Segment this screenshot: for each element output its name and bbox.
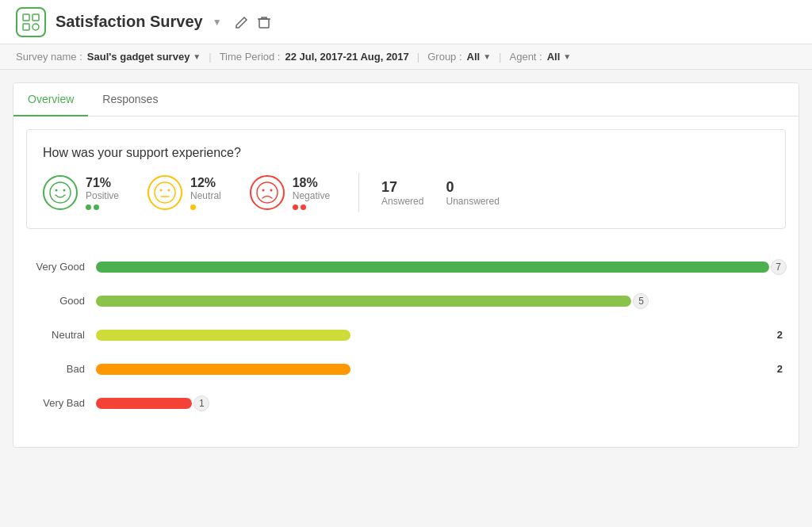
bar-label-bad: Bad (29, 363, 85, 375)
bar-label-good: Good (29, 295, 85, 307)
negative-label: Negative (293, 190, 330, 201)
count-answered: 17 Answered (381, 179, 423, 207)
filter-bar: Survey name : Saul's gadget survey ▼ | T… (0, 44, 812, 70)
positive-dots (86, 204, 119, 210)
negative-pct: 18% (293, 176, 330, 190)
bar-fill-neutral (96, 330, 350, 341)
svg-point-13 (262, 189, 264, 192)
svg-rect-2 (23, 24, 29, 30)
bar-track-bad (96, 364, 766, 375)
bar-count-good: 5 (633, 293, 649, 309)
bar-row-very-good: Very Good 7 (29, 261, 783, 273)
agent-label: Agent : (510, 51, 542, 63)
bar-chart: Very Good 7 Good 5 Neutral (13, 245, 799, 447)
bar-track-very-good: 7 (96, 262, 783, 273)
smiley-positive (43, 175, 78, 210)
bar-row-neutral: Neutral 2 (29, 329, 783, 341)
tab-overview[interactable]: Overview (13, 83, 88, 116)
bar-fill-very-bad: 1 (96, 398, 192, 409)
unanswered-count: 0 (446, 179, 499, 196)
svg-point-12 (257, 182, 278, 203)
group-label: Group : (427, 51, 462, 63)
bar-row-very-bad: Very Bad 1 (29, 397, 783, 409)
survey-value-dropdown[interactable]: Saul's gadget survey ▼ (87, 51, 201, 63)
group-dropdown-arrow: ▼ (483, 52, 491, 61)
bar-fill-bad (96, 364, 350, 375)
bar-count-very-good: 7 (771, 259, 787, 275)
svg-point-7 (63, 189, 66, 192)
smiley-neutral (147, 175, 182, 210)
unanswered-label: Unanswered (446, 196, 499, 207)
negative-dots (293, 204, 330, 210)
positive-pct: 71% (86, 176, 119, 190)
bar-track-neutral (96, 330, 766, 341)
svg-point-9 (160, 189, 163, 192)
bar-fill-very-good: 7 (96, 262, 769, 273)
survey-dropdown-arrow: ▼ (193, 52, 201, 61)
page-title: Satisfaction Survey (56, 13, 203, 31)
metrics-row: 71% Positive (43, 173, 769, 212)
group-value-dropdown[interactable]: All ▼ (467, 51, 492, 63)
agent-value-dropdown[interactable]: All ▼ (547, 51, 572, 63)
bar-row-good: Good 5 (29, 295, 783, 307)
svg-rect-0 (23, 14, 29, 21)
metric-neutral: 12% Neutral (147, 175, 221, 210)
bar-track-good: 5 (96, 296, 783, 307)
svg-point-8 (155, 182, 175, 203)
neutral-pct: 12% (190, 176, 221, 190)
bar-row-bad: Bad 2 (29, 363, 783, 375)
svg-rect-4 (259, 19, 269, 28)
svg-point-3 (33, 24, 39, 30)
tabs-nav: Overview Responses (13, 83, 799, 116)
metric-negative: 18% Negative (250, 175, 330, 210)
question-title: How was your support experience? (43, 146, 769, 160)
smiley-negative (250, 175, 285, 210)
count-unanswered: 0 Unanswered (446, 179, 499, 207)
svg-point-10 (168, 189, 170, 192)
neutral-label: Neutral (190, 190, 221, 201)
bar-count-bad-outside: 2 (777, 363, 783, 375)
bar-fill-good: 5 (96, 296, 631, 307)
metric-positive: 71% Positive (43, 175, 119, 210)
bar-track-very-bad: 1 (96, 398, 783, 409)
delete-button[interactable] (257, 15, 271, 29)
app-logo (16, 7, 46, 37)
bar-count-very-bad: 1 (193, 395, 209, 411)
agent-dropdown-arrow: ▼ (563, 52, 571, 61)
survey-card: How was your support experience? (26, 129, 786, 229)
metrics-divider (358, 173, 359, 212)
edit-button[interactable] (235, 15, 249, 29)
neutral-dots (190, 204, 221, 210)
bar-label-very-bad: Very Bad (29, 397, 85, 409)
bar-count-neutral-outside: 2 (777, 329, 783, 341)
svg-point-5 (50, 182, 71, 203)
svg-rect-1 (33, 14, 39, 21)
positive-label: Positive (86, 190, 119, 201)
tab-responses[interactable]: Responses (88, 83, 172, 116)
svg-point-14 (270, 189, 272, 192)
period-value: 22 Jul, 2017-21 Aug, 2017 (285, 51, 408, 63)
survey-label: Survey name : (16, 51, 82, 63)
title-dropdown-icon[interactable]: ▼ (213, 17, 222, 28)
answered-label: Answered (381, 196, 423, 207)
answered-count: 17 (381, 179, 423, 196)
period-label: Time Period : (220, 51, 281, 63)
bar-label-neutral: Neutral (29, 329, 85, 341)
svg-point-6 (56, 189, 58, 192)
bar-label-very-good: Very Good (29, 261, 85, 273)
